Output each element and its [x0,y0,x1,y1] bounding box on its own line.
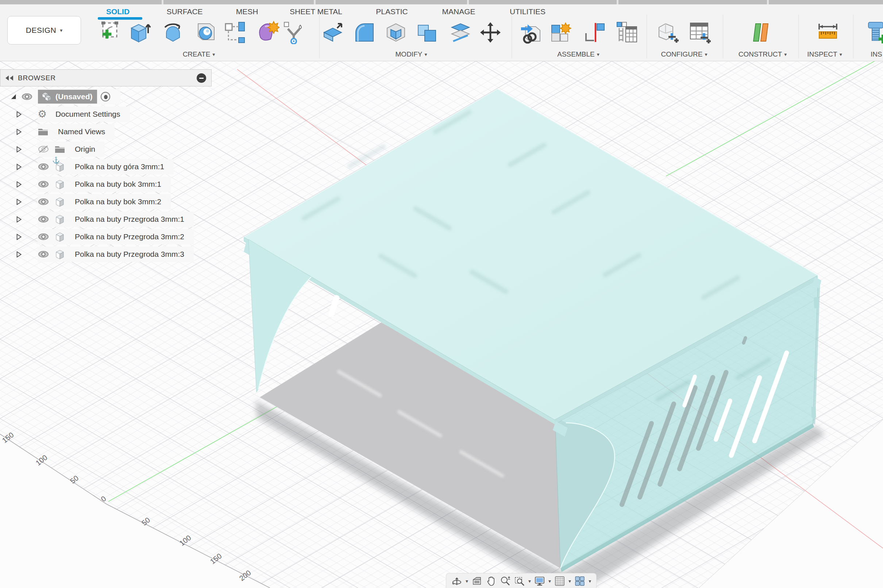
tab-mesh[interactable]: MESH [236,7,258,16]
visibility-eye-icon[interactable] [38,215,49,223]
visibility-eye-icon[interactable] [38,180,49,188]
modify-shell-button[interactable] [384,21,408,44]
chevron-down-icon: ▾ [212,52,215,57]
modify-move-button[interactable] [479,21,502,44]
body-icon [54,248,65,260]
group-construct[interactable]: CONSTRUCT▾ [739,50,787,58]
create-pattern-button[interactable] [223,21,247,44]
tab-utilities[interactable]: UTILITIES [510,7,545,16]
browser-title: BROWSER [18,74,56,82]
chevron-down-icon: ▾ [784,52,787,57]
create-sketch-button[interactable] [100,21,123,44]
window-tab-divider [467,0,469,4]
expand-arrow-icon[interactable] [16,216,21,222]
create-revolve-button[interactable] [161,21,185,44]
group-separator [798,15,799,58]
expand-arrow-icon[interactable] [16,234,21,240]
expand-arrow-icon[interactable] [10,93,17,100]
window-tab-divider [314,0,315,4]
group-inspect[interactable]: INSPECT▾ [807,50,842,58]
collapse-panel-icon[interactable] [5,75,14,81]
create-box-button[interactable] [128,21,151,44]
assemble-as-built-joint-button[interactable] [583,21,607,44]
tab-solid[interactable]: SOLID [106,7,129,16]
modify-fillet-button[interactable] [353,21,376,44]
assemble-joint-button[interactable] [549,21,572,44]
expand-arrow-icon[interactable] [16,164,21,170]
orbit-icon[interactable] [451,576,462,586]
expand-arrow-icon[interactable] [16,181,21,188]
construct-plane-button[interactable] [750,21,773,44]
tab-manage[interactable]: MANAGE [442,7,475,16]
chevron-down-icon[interactable]: ▾ [548,579,551,584]
ground-anchor-icon: ⚓ [52,156,60,164]
viewports-icon[interactable] [574,576,585,586]
body-anchored-icon: ⚓ [54,161,65,172]
insert-fastener-button[interactable] [864,21,883,44]
window-tab-divider [162,0,164,4]
window-tab-divider [617,0,619,4]
viewport-canvas[interactable] [0,61,883,588]
tab-sheet-metal[interactable]: SHEET METAL [290,7,342,16]
tab-plastic[interactable]: PLASTIC [376,7,408,16]
visibility-eye-icon[interactable] [38,233,49,241]
group-modify[interactable]: MODIFY▾ [395,50,427,58]
window-tab-divider [767,0,769,4]
window-zoom-icon[interactable] [514,576,525,586]
grid-display-icon[interactable] [554,576,565,586]
zoom-icon[interactable] [500,576,511,586]
chevron-down-icon[interactable]: ▾ [529,579,531,584]
gear-icon: ⚙ [38,109,47,119]
assemble-rigid-group-button[interactable] [616,21,639,44]
chevron-down-icon[interactable]: ▾ [466,579,468,584]
navigation-toolbar: ▾ ▾ ▾ ▾ ▾ [446,573,596,588]
create-pipe-button[interactable] [282,21,305,44]
body-icon [54,196,65,207]
ribbon-toolbar: DESIGN ▾ SOLID SURFACE MESH SHEET METAL … [0,4,883,61]
assemble-new-component-button[interactable] [520,21,543,44]
configuration-table-button[interactable] [688,21,712,44]
configure-button[interactable] [656,21,679,44]
visibility-eye-icon[interactable] [38,198,49,206]
group-create[interactable]: CREATE▾ [183,50,215,58]
create-form-button[interactable] [256,21,279,44]
group-insert-clipped[interactable]: INS [871,50,882,58]
folder-icon [54,144,65,154]
expand-arrow-icon[interactable] [16,129,21,135]
pan-icon[interactable] [486,576,497,586]
activate-component-radio[interactable] [100,91,111,102]
expand-arrow-icon[interactable] [16,199,21,205]
browser-header[interactable]: BROWSER [0,69,212,87]
chevron-down-icon: ▾ [704,52,707,57]
selected-root-component[interactable]: (Unsaved) [38,90,97,104]
group-configure[interactable]: CONFIGURE▾ [661,50,707,58]
display-settings-icon[interactable] [534,576,545,586]
visibility-eye-icon[interactable] [21,93,33,100]
inspect-measure-button[interactable] [816,21,839,44]
group-assemble[interactable]: ASSEMBLE▾ [557,50,599,58]
tab-surface[interactable]: SURFACE [167,7,203,16]
root-component-label: (Unsaved) [56,92,93,101]
chevron-down-icon[interactable]: ▾ [589,579,591,584]
group-separator [512,15,512,58]
expand-arrow-icon[interactable] [16,251,21,258]
look-at-icon[interactable] [472,576,482,586]
chevron-down-icon: ▾ [839,52,842,57]
group-separator [853,15,853,58]
body-icon [54,231,65,243]
minimize-browser-icon[interactable] [197,74,206,83]
modify-offset-face-button[interactable] [449,21,472,44]
modify-combine-button[interactable] [415,21,438,44]
group-separator [647,15,647,58]
expand-arrow-icon[interactable] [16,146,21,153]
visibility-eye-icon[interactable] [38,250,49,258]
visibility-hidden-eye-icon[interactable] [38,145,49,154]
group-separator [723,15,723,58]
visibility-eye-icon[interactable] [38,163,49,171]
folder-icon [38,127,48,136]
design-workspace-menu[interactable]: DESIGN ▾ [7,16,81,45]
expand-arrow-icon[interactable] [16,111,21,117]
create-cylinder-button[interactable] [194,21,217,44]
modify-press-pull-button[interactable] [321,21,344,44]
chevron-down-icon[interactable]: ▾ [569,579,571,584]
